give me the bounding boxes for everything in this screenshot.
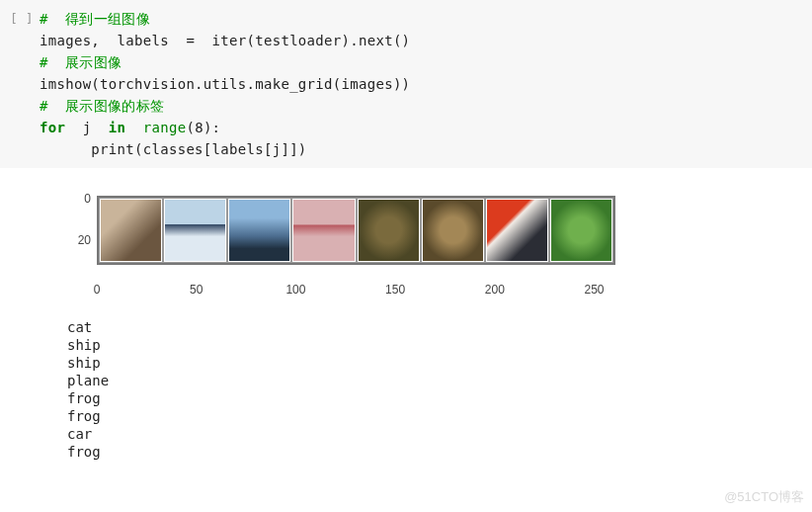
- thumb: [292, 199, 355, 262]
- code-body: # 得到一组图像 images, labels = iter(testloade…: [40, 8, 812, 160]
- thumb: [486, 199, 548, 262]
- code-line: # 展示图像: [40, 54, 122, 70]
- thumb: [358, 199, 420, 262]
- out-line: frog: [67, 444, 101, 460]
- x-tick: 100: [285, 283, 305, 297]
- image-strip: [97, 196, 615, 265]
- out-line: car: [67, 426, 92, 442]
- x-tick: 200: [485, 283, 505, 297]
- code-line: for j in range(8):: [40, 120, 220, 135]
- thumb: [422, 199, 484, 262]
- code-line: # 得到一组图像: [40, 11, 150, 27]
- code-line: # 展示图像的标签: [40, 98, 164, 114]
- out-line: ship: [67, 337, 101, 353]
- y-tick: 20: [69, 233, 91, 247]
- out-line: frog: [67, 408, 101, 424]
- watermark: @51CTO博客: [724, 488, 804, 506]
- out-line: ship: [67, 355, 101, 371]
- stdout: cat ship ship plane frog frog car frog: [67, 314, 812, 461]
- cell-gutter: [ ]: [0, 8, 40, 160]
- output-area: 0 20 0 50 100 150 200 250 cat ship ship …: [0, 168, 812, 461]
- code-line: imshow(torchvision.utils.make_grid(image…: [40, 76, 410, 92]
- x-tick: 150: [385, 283, 405, 297]
- thumb: [550, 199, 612, 262]
- out-line: plane: [67, 373, 109, 388]
- out-line: frog: [67, 390, 101, 406]
- x-tick: 0: [94, 283, 101, 297]
- thumb: [164, 199, 226, 262]
- out-line: cat: [67, 319, 92, 335]
- x-axis: 0 50 100 150 200 250: [97, 283, 620, 299]
- thumb: [228, 199, 290, 262]
- code-line: images, labels = iter(testloader).next(): [40, 33, 410, 48]
- x-tick: 250: [584, 283, 604, 297]
- code-cell: [ ] # 得到一组图像 images, labels = iter(testl…: [0, 0, 812, 168]
- code-line: print(classes[labels[j]]): [40, 141, 307, 157]
- y-tick: 0: [69, 192, 91, 206]
- image-grid-plot: 0 20 0 50 100 150 200 250: [67, 190, 620, 299]
- thumb: [100, 199, 162, 262]
- x-tick: 50: [190, 283, 203, 297]
